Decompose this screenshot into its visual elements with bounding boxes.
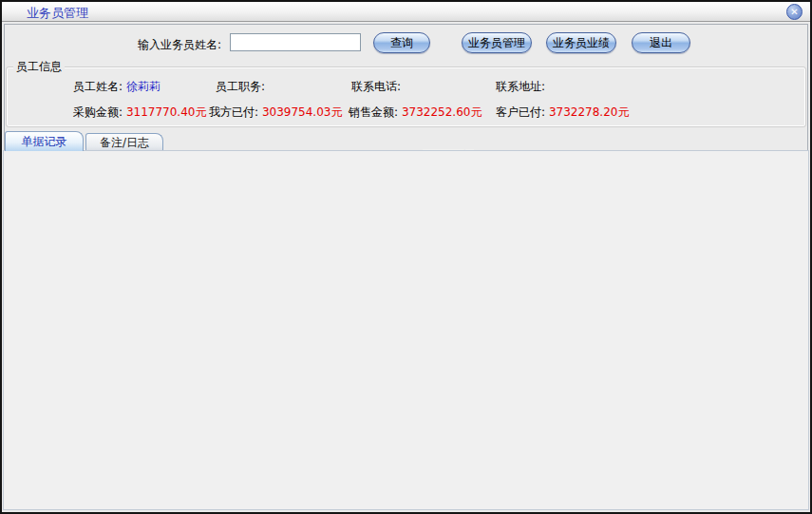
- we-paid-label: 我方已付:: [209, 105, 258, 119]
- customer-paid-value: 3732278.20元: [549, 105, 630, 119]
- query-button[interactable]: 查询: [373, 32, 430, 53]
- tab-content-panel: [3, 150, 809, 510]
- search-label: 输入业务员姓名:: [138, 37, 221, 53]
- salesperson-manage-button[interactable]: 业务员管理: [462, 32, 532, 53]
- title-bar: 业务员管理 ✕: [2, 2, 810, 22]
- salesperson-performance-button[interactable]: 业务员业绩: [546, 32, 616, 53]
- employee-phone: 联系电话:: [351, 79, 401, 95]
- employee-address-label: 联系地址:: [496, 80, 545, 93]
- tab-notes-log[interactable]: 备注/日志: [85, 133, 163, 151]
- exit-button[interactable]: 退出: [632, 32, 690, 53]
- employee-phone-label: 联系电话:: [351, 80, 401, 93]
- employee-info-group: 员工信息 员工姓名: 徐莉莉 员工职务: 联系电话: 联系地址: 采购金额: 3…: [6, 67, 806, 127]
- search-input[interactable]: [230, 33, 361, 51]
- sales-amount-value: 3732252.60元: [402, 105, 482, 119]
- employee-title-label: 员工职务:: [216, 80, 265, 93]
- employee-title: 员工职务:: [216, 79, 265, 95]
- employee-name: 员工姓名: 徐莉莉: [73, 79, 161, 95]
- employee-name-value: 徐莉莉: [126, 80, 161, 93]
- sales-amount-label: 销售金额:: [349, 105, 398, 119]
- salesperson-management-window: 业务员管理 ✕ 输入业务员姓名: 查询 业务员管理 业务员业绩 退出 员工信息 …: [0, 0, 812, 514]
- close-icon[interactable]: ✕: [786, 4, 803, 20]
- employee-address: 联系地址:: [496, 79, 545, 95]
- employee-info-label: 员工信息: [13, 60, 65, 73]
- employee-name-label: 员工姓名:: [73, 80, 123, 93]
- purchase-amount-value: 3117770.40元: [126, 105, 207, 119]
- customer-paid-amount: 客户已付: 3732278.20元: [496, 105, 629, 121]
- purchase-amount: 采购金额: 3117770.40元: [73, 105, 206, 121]
- tab-order-records[interactable]: 单据记录: [5, 131, 84, 151]
- sales-amount: 销售金额: 3732252.60元: [349, 105, 482, 121]
- we-paid-amount: 我方已付: 3039754.03元: [209, 105, 342, 121]
- purchase-amount-label: 采购金额:: [73, 105, 123, 119]
- customer-paid-label: 客户已付:: [496, 105, 545, 119]
- we-paid-value: 3039754.03元: [262, 105, 343, 119]
- window-title: 业务员管理: [27, 5, 88, 22]
